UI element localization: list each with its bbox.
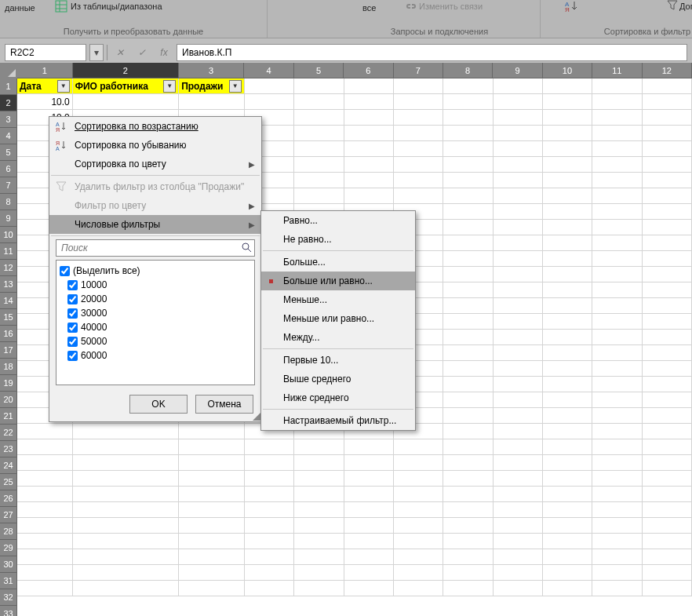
row-header[interactable]: 11 (0, 243, 17, 260)
row-header[interactable]: 17 (0, 342, 17, 359)
cell[interactable] (592, 78, 642, 94)
cell[interactable] (73, 534, 179, 549)
cell[interactable] (543, 330, 592, 345)
cell[interactable] (643, 235, 692, 251)
cell[interactable] (643, 94, 692, 110)
filter-custom[interactable]: Настраиваемый фильтр... (261, 411, 415, 430)
cell[interactable] (294, 487, 344, 502)
cell[interactable] (643, 549, 692, 565)
cell[interactable] (443, 487, 493, 502)
cell[interactable] (245, 518, 294, 534)
row-header[interactable]: 6 (0, 161, 17, 177)
cell[interactable] (179, 565, 245, 581)
cell[interactable] (394, 502, 443, 518)
cell[interactable] (17, 565, 73, 581)
row-header[interactable]: 14 (0, 293, 17, 309)
cell[interactable] (543, 581, 592, 596)
cell[interactable] (179, 502, 245, 518)
col-header[interactable]: 9 (493, 63, 542, 78)
cell[interactable] (643, 392, 692, 408)
cell[interactable]: Продажи▼ (179, 78, 245, 94)
row-header[interactable]: 28 (0, 523, 17, 540)
cell[interactable] (494, 282, 543, 298)
name-box[interactable]: R2C2 (5, 44, 86, 61)
cell[interactable] (543, 392, 592, 408)
cell[interactable] (543, 408, 592, 424)
cell[interactable] (643, 267, 692, 282)
row-header[interactable]: 18 (0, 359, 17, 375)
cell[interactable] (443, 330, 493, 345)
filter-value-item[interactable]: 40000 (60, 320, 251, 334)
cell[interactable] (543, 314, 592, 330)
cell[interactable] (592, 345, 642, 361)
cell[interactable] (543, 487, 592, 502)
cell[interactable] (643, 424, 692, 439)
filter-below-avg[interactable]: Ниже среднего (261, 388, 415, 407)
cell[interactable] (643, 534, 692, 549)
cell[interactable] (592, 487, 642, 502)
cell[interactable] (592, 502, 642, 518)
col-header[interactable]: 12 (643, 63, 692, 78)
cancel-button[interactable]: Отмена (195, 395, 253, 414)
cell[interactable] (443, 173, 493, 188)
cell[interactable]: Дата▼ (17, 78, 73, 94)
row-header[interactable]: 21 (0, 408, 17, 425)
filter-top10[interactable]: Первые 10... (261, 351, 415, 370)
cell[interactable] (592, 549, 642, 565)
cell[interactable] (73, 565, 179, 581)
cell[interactable] (592, 330, 642, 345)
cell[interactable] (394, 581, 443, 596)
cell[interactable] (592, 94, 642, 110)
cell[interactable] (543, 549, 592, 565)
col-header[interactable]: 10 (543, 63, 592, 78)
cell[interactable] (17, 424, 73, 439)
cell[interactable] (245, 471, 294, 487)
cell[interactable] (245, 502, 294, 518)
cell[interactable] (73, 518, 179, 534)
cell[interactable] (494, 408, 543, 424)
cell[interactable] (294, 565, 344, 581)
cancel-icon[interactable]: ✕ (111, 45, 129, 60)
cell[interactable] (17, 487, 73, 502)
cell[interactable] (543, 204, 592, 220)
cell[interactable] (245, 78, 294, 94)
ribbon-btn-all[interactable]: все (362, 3, 376, 13)
cell[interactable] (344, 157, 394, 173)
col-header[interactable]: 11 (592, 63, 642, 78)
cell[interactable] (394, 534, 443, 549)
cell[interactable] (592, 565, 642, 581)
cell[interactable] (443, 377, 493, 392)
cell[interactable] (73, 471, 179, 487)
filter-not-equals[interactable]: Не равно... (261, 230, 415, 249)
row-header[interactable]: 9 (0, 210, 17, 227)
cell[interactable] (592, 471, 642, 487)
cell[interactable] (543, 78, 592, 94)
cell[interactable] (643, 251, 692, 267)
cell[interactable] (245, 455, 294, 471)
cell[interactable] (494, 534, 543, 549)
cell[interactable] (592, 141, 642, 157)
filter-value-item[interactable]: 30000 (60, 306, 251, 320)
cell[interactable] (344, 549, 394, 565)
cell[interactable] (543, 361, 592, 377)
cell[interactable] (592, 204, 642, 220)
cell[interactable] (394, 173, 443, 188)
cell[interactable] (592, 110, 642, 126)
cell[interactable] (344, 518, 394, 534)
cell[interactable] (344, 565, 394, 581)
cell[interactable] (73, 439, 179, 455)
cell[interactable] (179, 549, 245, 565)
col-header[interactable]: 4 (244, 63, 293, 78)
cell[interactable] (245, 581, 294, 596)
cell[interactable] (643, 377, 692, 392)
cell[interactable] (394, 78, 443, 94)
row-header[interactable]: 2 (0, 95, 17, 111)
cell[interactable] (494, 110, 543, 126)
cell[interactable] (17, 471, 73, 487)
cell[interactable] (643, 408, 692, 424)
cell[interactable] (344, 78, 394, 94)
cell[interactable] (643, 204, 692, 220)
cell[interactable] (643, 126, 692, 141)
filter-less-equal[interactable]: Меньше или равно... (261, 309, 415, 328)
cell[interactable] (643, 188, 692, 204)
